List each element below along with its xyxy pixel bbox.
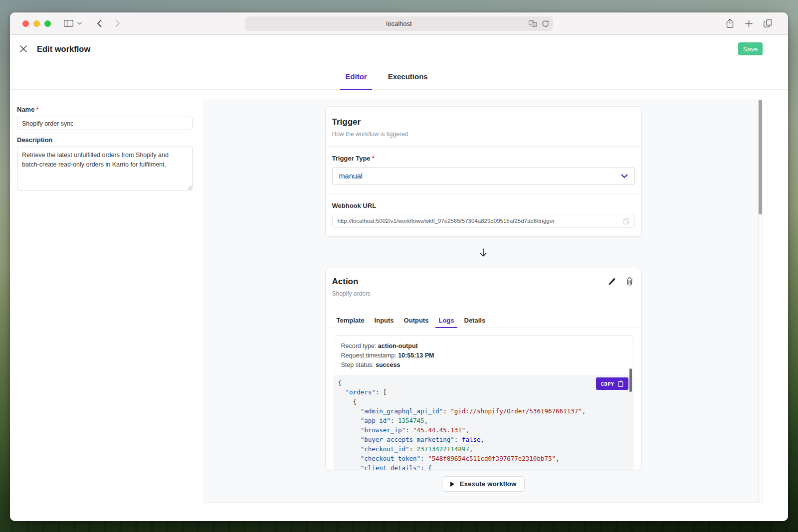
translate-icon[interactable]: A: [529, 20, 537, 27]
tab-overview-icon[interactable]: [764, 19, 772, 27]
timestamp-value: 10:55:13 PM: [398, 352, 434, 359]
action-tabs: TemplateInputsOutputsLogsDetails: [326, 313, 641, 328]
code-line: "checkout_token": "548f89654c511cd0f3976…: [338, 454, 628, 463]
forward-icon[interactable]: [115, 19, 120, 27]
action-tab-details[interactable]: Details: [459, 313, 491, 328]
code-line: {: [338, 378, 628, 387]
workflow-canvas: Trigger How the workflow is tiggered Tri…: [203, 99, 763, 503]
trigger-title: Trigger: [332, 117, 633, 127]
browser-toolbar: localhost A: [10, 12, 788, 35]
reload-icon[interactable]: [542, 20, 549, 27]
json-code-lines: { "orders": [ { "admin_graphql_api_id": …: [338, 378, 628, 470]
webhook-url-value: http://localhost:5002/v1/workflows/wkfl_…: [338, 218, 555, 224]
address-bar[interactable]: localhost A: [245, 16, 553, 31]
play-icon: [450, 481, 455, 487]
copy-button[interactable]: COPY: [596, 377, 628, 390]
action-tab-inputs[interactable]: Inputs: [370, 313, 399, 328]
code-line: {: [338, 397, 628, 406]
page-title: Edit workflow: [37, 44, 90, 54]
action-tab-template[interactable]: Template: [332, 313, 370, 328]
chevron-down-icon: [621, 174, 628, 178]
panel-scrollbar[interactable]: [758, 99, 763, 502]
webhook-url-field[interactable]: http://localhost:5002/v1/workflows/wkfl_…: [332, 214, 635, 228]
name-input[interactable]: [17, 117, 193, 130]
log-json-output: { "orders": [ { "admin_graphql_api_id": …: [334, 375, 633, 470]
save-button[interactable]: Save: [738, 42, 763, 55]
clipboard-icon: [618, 380, 623, 387]
action-tab-logs[interactable]: Logs: [433, 313, 459, 328]
arrow-down-icon: [478, 248, 488, 257]
name-label: Name*: [17, 106, 193, 113]
browser-window: localhost A: [10, 12, 788, 521]
action-card: Action Shopify orders TemplateInputsOutp…: [325, 268, 642, 470]
sidebar-toggle-icon[interactable]: [64, 20, 73, 27]
trigger-card: Trigger How the workflow is tiggered Tri…: [325, 106, 642, 237]
trigger-subtitle: How the workflow is tiggered: [332, 131, 633, 138]
edit-pencil-icon[interactable]: [608, 278, 616, 286]
request-timestamp-line: Request timestamp: 10:55:13 PM: [341, 351, 626, 360]
code-line: "client_details": {: [338, 463, 628, 470]
close-icon[interactable]: [20, 45, 27, 52]
trigger-type-select[interactable]: manual: [332, 167, 635, 185]
required-asterisk: *: [36, 106, 38, 113]
description-label: Description: [17, 136, 193, 144]
workflow-page: Edit workflow Save Editor Executions Nam…: [10, 35, 788, 521]
window-controls: [22, 20, 51, 27]
workflow-meta-form: Name* Description Retrieve the latest un…: [17, 90, 193, 192]
code-line: "app_id": 1354745,: [338, 416, 628, 425]
webhook-url-label: Webhook URL: [332, 202, 635, 209]
new-tab-icon[interactable]: [745, 20, 753, 27]
svg-text:A: A: [533, 23, 536, 26]
description-textarea[interactable]: Retrieve the latest unfulfilled orders f…: [17, 147, 193, 190]
action-tab-outputs[interactable]: Outputs: [399, 313, 434, 328]
execute-workflow-button[interactable]: Exexute workflow: [442, 476, 524, 492]
code-line: "orders": [: [338, 387, 628, 397]
page-tabs: Editor Executions: [10, 63, 788, 90]
copy-icon[interactable]: [623, 218, 629, 224]
record-type-line: Record type: action-output: [341, 342, 626, 351]
action-subtitle: Shopify orders: [332, 290, 633, 297]
zoom-window-button[interactable]: [44, 20, 51, 27]
panel-scrollbar-thumb[interactable]: [759, 100, 762, 214]
close-window-button[interactable]: [22, 20, 29, 27]
trigger-type-label: Trigger Type*: [332, 155, 635, 162]
address-bar-url: localhost: [386, 20, 411, 27]
trigger-type-value: manual: [339, 172, 363, 180]
required-asterisk: *: [372, 155, 375, 162]
chevron-down-icon[interactable]: [77, 22, 82, 25]
log-scrollbar-thumb[interactable]: [629, 368, 632, 392]
step-status-line: Step status: success: [341, 360, 626, 370]
tab-executions[interactable]: Executions: [387, 63, 429, 89]
log-record: Record type: action-output Request times…: [334, 335, 633, 470]
back-icon[interactable]: [97, 19, 102, 27]
share-icon[interactable]: [726, 18, 734, 28]
code-line: "browser_ip": "45.44.45.131",: [338, 425, 628, 435]
status-value: success: [376, 361, 400, 368]
code-line: "checkout_id": 23713422114897,: [338, 444, 628, 454]
delete-trash-icon[interactable]: [626, 277, 633, 286]
record-type-value: action-output: [378, 343, 418, 350]
code-line: "buyer_accepts_marketing": false,: [338, 435, 628, 444]
tab-editor[interactable]: Editor: [344, 63, 368, 89]
action-title: Action: [332, 277, 633, 287]
page-header: Edit workflow Save: [10, 35, 788, 63]
minimize-window-button[interactable]: [33, 20, 40, 27]
code-line: "admin_graphql_api_id": "gid://shopify/O…: [338, 406, 628, 416]
